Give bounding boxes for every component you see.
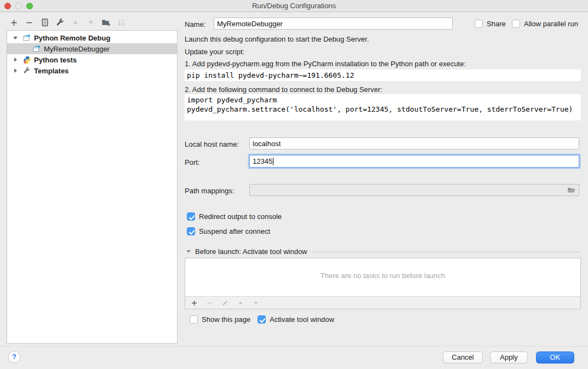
move-down-icon	[86, 18, 95, 27]
suspend-after-connect-label: Suspend after connect	[199, 227, 270, 235]
share-label: Share	[487, 20, 506, 28]
configurations-tree: Python Remote Debug MyRemoteDebugger Pyt…	[7, 30, 178, 344]
redirect-output-checkbox[interactable]: Redirect output to console	[187, 212, 282, 221]
folder-icon[interactable]	[567, 186, 576, 195]
move-up-icon	[236, 299, 244, 307]
window-title: Run/Debug Configurations	[0, 2, 588, 10]
text-caret	[273, 158, 273, 165]
code-line: import pydevd_pycharm	[187, 95, 581, 105]
tree-item-python-remote-debug[interactable]: Python Remote Debug	[7, 32, 177, 43]
edit-icon	[221, 299, 229, 307]
run-debug-configurations-dialog: Run/Debug Configurations	[0, 0, 588, 369]
empty-task-hint: There are no tasks to run before launch	[185, 272, 580, 280]
port-label: Port:	[185, 158, 199, 166]
cancel-button[interactable]: Cancel	[443, 351, 483, 364]
instruction-step-1: 1. Add pydevd-pycharm.egg from the PyCha…	[185, 60, 466, 68]
tree-item-label: Python tests	[34, 56, 77, 64]
tree-item-label: MyRemoteDebugger	[44, 45, 110, 53]
copy-icon[interactable]	[40, 18, 49, 27]
tree-item-templates[interactable]: Templates	[7, 65, 177, 76]
help-button[interactable]: ?	[8, 351, 20, 363]
ok-button[interactable]: OK	[536, 351, 574, 364]
show-this-page-checkbox[interactable]: Show this page	[190, 315, 250, 324]
checkbox-icon[interactable]	[187, 227, 195, 235]
instruction-line-2: Update your script:	[185, 48, 244, 56]
remote-debug-icon	[22, 33, 31, 42]
suspend-after-connect-checkbox[interactable]: Suspend after connect	[187, 227, 270, 235]
wrench-icon	[22, 66, 31, 75]
section-divider	[312, 252, 580, 252]
activate-tool-window-checkbox[interactable]: Activate tool window	[258, 315, 334, 324]
local-host-name-label: Local host name:	[185, 140, 239, 148]
sort-alphabetically-icon	[117, 18, 126, 27]
name-label: Name:	[185, 20, 205, 28]
settrace-code-snippet: import pydevd_pycharmpydevd_pycharm.sett…	[185, 94, 581, 120]
edit-templates-icon[interactable]	[55, 18, 65, 27]
checkbox-icon[interactable]	[187, 212, 195, 221]
remove-icon	[205, 299, 214, 307]
dialog-footer: ? Cancel Apply OK	[0, 346, 588, 369]
show-this-page-label: Show this page	[202, 315, 250, 324]
checkbox-icon[interactable]	[475, 20, 483, 28]
collapse-arrow-icon[interactable]	[13, 35, 18, 41]
tree-item-label: Python Remote Debug	[34, 34, 110, 42]
add-icon[interactable]	[9, 18, 19, 27]
move-down-icon	[252, 299, 260, 307]
new-folder-icon[interactable]	[101, 18, 111, 27]
port-value: 12345	[253, 157, 272, 165]
before-launch-task-list: There are no tasks to run before launch	[185, 258, 581, 309]
checkbox-icon[interactable]	[512, 20, 520, 28]
port-input[interactable]: 12345	[249, 155, 579, 168]
share-checkbox[interactable]: Share	[475, 20, 506, 28]
tree-item-label: Templates	[34, 67, 68, 75]
remote-debug-icon	[32, 44, 41, 53]
tree-item-myremotedebugger[interactable]: MyRemoteDebugger	[7, 43, 177, 54]
title-bar: Run/Debug Configurations	[0, 0, 588, 12]
activate-tool-window-label: Activate tool window	[270, 315, 334, 324]
redirect-output-label: Redirect output to console	[199, 212, 282, 221]
name-input[interactable]	[214, 18, 453, 30]
expand-arrow-icon[interactable]	[13, 57, 18, 62]
task-list-toolbar	[185, 296, 580, 309]
allow-parallel-run-label: Allow parallel run	[524, 20, 578, 28]
add-icon[interactable]	[190, 299, 198, 307]
python-icon	[22, 55, 31, 64]
checkbox-icon[interactable]	[258, 315, 266, 324]
instruction-step-2: 2. Add the following command to connect …	[185, 85, 383, 94]
checkbox-icon[interactable]	[190, 315, 198, 324]
apply-button[interactable]: Apply	[490, 351, 528, 364]
instruction-line-1: Launch this debug configuration to start…	[185, 35, 369, 43]
before-launch-section-header[interactable]: Before launch: Activate tool window	[186, 247, 580, 256]
allow-parallel-run-checkbox[interactable]: Allow parallel run	[512, 20, 578, 28]
before-launch-title: Before launch: Activate tool window	[195, 247, 307, 256]
tree-item-python-tests[interactable]: Python tests	[7, 54, 177, 65]
pip-install-code-snippet: pip install pydevd-pycharm~=191.6605.12	[185, 70, 581, 81]
expand-arrow-icon[interactable]	[13, 68, 18, 73]
code-line: pydevd_pycharm.settrace('localhost', por…	[187, 105, 581, 114]
local-host-name-input[interactable]	[249, 137, 579, 149]
path-mappings-label: Path mappings:	[185, 187, 234, 195]
path-mappings-input[interactable]	[249, 184, 579, 196]
configurations-toolbar	[9, 16, 126, 28]
collapse-arrow-icon[interactable]	[186, 250, 191, 253]
move-up-icon	[71, 18, 80, 27]
remove-icon[interactable]	[25, 18, 34, 27]
